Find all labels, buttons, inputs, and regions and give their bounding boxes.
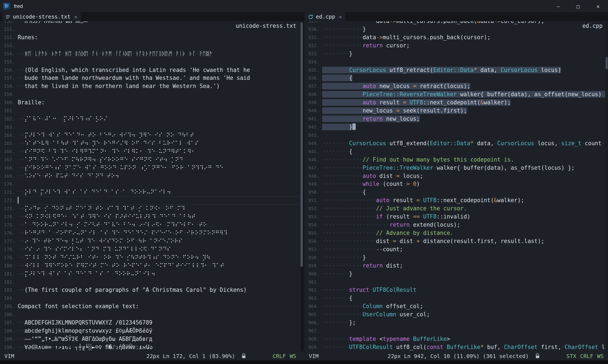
editor-line[interactable]: 164.··⡍⠜⠇⠑⠹·⠺⠁⠎·⠙⠑⠁⠙⠒·⠞⠕·⠃⠑⠛⠔·⠺⠊⠹⠲·⡹⠻⠑·⠊… [0,131,301,139]
editor-line[interactable]: 157.··bude·thaem·lande·northweardum·with… [0,74,301,82]
editor-line[interactable]: 184. [0,294,301,302]
text-buffer[interactable]: 150.··እግርህን·በፍራሽህ·ልክ·ዘርጋ።151.152.Runes:1… [0,21,301,351]
editor-line[interactable]: 188.··abcdefghijklmnopqrstuvwxyz·£©µÀÆÖÞ… [0,327,301,335]
editor-line[interactable]: 190.··∀∂∈ℝ∧∪≡∞·↑↗↨↻⇣·┐┼╔╘░►☺♀·ﬁ�⑀₂ἠḂӥẄɐː… [0,343,301,351]
editor-line[interactable]: 938.············PieceTree::ReverseTreeWa… [304,90,608,99]
editor-line[interactable]: 951.················auto·result·=·UTF8::… [304,196,608,205]
right-scrollbar[interactable] [605,21,608,351]
editor-line[interactable]: 954.····················return·extend(lo… [304,221,608,229]
line-number: 182. [0,278,15,286]
editor-line[interactable]: 173.··⡍⠔⠙⠖·⡊·⠙⠕⠝⠰⠞·⠍⠑⠁⠝·⠞⠕·⠎⠁⠹·⠹⠁⠞·⡊·⠅⠝⠪… [0,205,301,213]
editor-line[interactable]: 958.············} [304,254,608,262]
editor-line[interactable]: 941.············return·new_locus; [304,115,608,123]
editor-line[interactable]: 156.··(Old·English,·which·transcribed·in… [0,66,301,74]
editor-line[interactable]: 158.··that·he·lived·in·the·northern·land… [0,82,301,90]
editor-line[interactable]: 960.········} [304,270,608,278]
close-button[interactable]: ✕ [588,0,608,12]
editor-line[interactable]: 939.············auto·result·=·UTF8::next… [304,99,608,107]
editor-line[interactable]: 930.············} [304,25,608,34]
editor-line[interactable]: 159. [0,90,301,99]
tab-unicode-stress-txt[interactable]: unicode-stress.txt ✕ [2,12,81,21]
editor-line[interactable]: 175.··⠁·⠙⠕⠕⠗⠤⠝⠁⠊⠇⠲·⡊·⠍⠊⠣⠞·⠙⠁⠧⠑·⠃⠑⠲·⠔⠊⠇⠔⠫… [0,221,301,229]
editor-line[interactable]: 166.··⠎⠊⠛⠝⠫·⠃⠹·⠹⠑·⠊⠇⠻⠛⠹⠍⠁⠝⠂·⠹⠑·⠊⠇⠻⠅⠂·⠹⠑·… [0,148,301,156]
editor-line[interactable]: 182. [0,278,301,286]
maximize-button[interactable]: □ [568,0,588,12]
right-scrollbar-thumb[interactable] [606,57,608,69]
editor-line[interactable]: 179.··⠩⠁⠇⠇·⠝⠕⠞·⠙⠊⠌⠥⠗⠃·⠊⠞⠂·⠕⠗·⠹⠑·⡊⠳⠝⠞⠗⠹⠰⠎… [0,254,301,262]
editor-line[interactable]: 950.············{ [304,188,608,196]
editor-line[interactable]: 160.Braille: [0,99,301,107]
editor-pane-right[interactable]: 929.················data->multi_cursors.… [304,21,608,351]
editor-line[interactable]: 176.··⠗⠑⠛⠜⠙·⠁·⠊⠕⠋⠋⠔⠤⠝⠁⠊⠇·⠁⠎·⠹⠑·⠙⠑⠁⠙⠑⠌·⠏⠊… [0,229,301,237]
line-number: 951. [304,196,319,205]
editor-line[interactable]: 177.··⠔·⠹⠑·⠞⠗⠁⠙⠑⠲·⡃⠥⠞·⠹⠑·⠺⠊⠎⠙⠕⠍·⠕⠋·⠳⠗·⠁⠝… [0,237,301,245]
editor-line[interactable]: 953.················if·(result·==·UTF8::… [304,213,608,221]
editor-line[interactable]: 959.············return·dist; [304,262,608,270]
editor-line[interactable]: 180.··⠺⠊⠇⠇·⠹⠻⠑⠋⠕⠗⠑·⠏⠻⠍⠊⠞·⠍⠑·⠞⠕·⠗⠑⠏⠑⠁⠞⠂·⠑… [0,262,301,270]
editor-pane-left[interactable]: 150.··እግርህን·በፍራሽህ·ልክ·ዘርጋ።151.152.Runes:1… [0,21,301,351]
editor-line[interactable]: 167.··⠁⠝⠙·⠹⠑·⠡⠊⠑⠋·⠍⠳⠗⠝⠻⠲·⡎⠊⠗⠕⠕⠛⠑·⠎⠊⠛⠝⠫·⠊… [0,156,301,164]
code-buffer[interactable]: 929.················data->multi_cursors.… [304,21,608,351]
editor-line[interactable]: 967. [304,327,608,335]
editor-line[interactable]: 171.··⡕⠇⠙·⡍⠜⠇⠑⠹·⠺⠁⠎·⠁⠎·⠙⠑⠁⠙·⠁⠎·⠁·⠙⠕⠕⠗⠤⠝⠁… [0,188,301,196]
editor-line[interactable]: 961. [304,278,608,286]
editor-line[interactable]: 963.········{ [304,294,608,302]
editor-line[interactable]: 153. [0,42,301,50]
editor-line[interactable]: 162.··⡌⠁⠧⠑·⠼⠁⠒··⡍⠜⠇⠑⠹⠰⠎·⡣⠕⠌ [0,115,301,123]
editor-line[interactable]: 969.········UTF8ColResult·utf8_col(const… [304,343,608,351]
text-cursor [18,197,19,204]
editor-line[interactable]: 966.········}; [304,319,608,327]
editor-line[interactable]: 932.············return·cursor; [304,42,608,50]
left-scrollbar-thumb[interactable] [301,22,303,267]
editor-line[interactable]: 955.················//·Advance·by·distan… [304,229,608,237]
editor-line[interactable]: 178.··⠊⠎·⠔·⠹⠑·⠎⠊⠍⠊⠇⠑⠆·⠁⠝⠙·⠍⠹·⠥⠝⠙⠁⠇⠇⠪⠫·⠙⠁… [0,245,301,254]
editor-line[interactable]: 957.················--count; [304,245,608,254]
editor-line[interactable]: 933.········} [304,50,608,58]
editor-line[interactable]: 170. [0,180,301,188]
editor-line[interactable]: 183.··(The·first·couple·of·paragraphs·of… [0,286,301,294]
editor-line[interactable]: 942.········} [304,123,608,131]
editor-line[interactable]: 945.········{ [304,148,608,156]
editor-line[interactable]: 956.················dist·=·dist·+·distan… [304,237,608,245]
editor-line[interactable]: 948.············auto·dist·=·locus; [304,172,608,180]
editor-line[interactable]: 962.········struct·UTF8ColResult [304,286,608,294]
editor-line[interactable]: 155. [0,58,301,66]
editor-line[interactable]: 154.··ᚻᛖ·ᚳᚹᚫᚦ·ᚦᚫᛏ·ᚻᛖ·ᛒᚢᛞᛖ·ᚩᚾ·ᚦᚫᛗ·ᛚᚪᚾᛞᛖ·ᚾ… [0,50,301,58]
editor-line[interactable]: 169.··⠡⠕⠎⠑·⠞⠕·⠏⠥⠞·⠙⠊⠎·⠙⠁⠝⠙·⠞⠕⠲ [0,172,301,180]
editor-line[interactable]: 189.··–—‘“”„†•…‰™œŠŸž€·ΑΒΓΔΩαβγδω·АБВГДа… [0,335,301,343]
editor-line[interactable]: 186. [0,311,301,319]
minimize-button[interactable]: — [548,0,568,12]
editor-line[interactable]: 187.··ABCDEFGHIJKLMNOPQRSTUVWXYZ·/012345… [0,319,301,327]
editor-line[interactable]: 168.··⡎⠊⠗⠕⠕⠛⠑⠰⠎·⠝⠁⠍⠑·⠺⠁⠎·⠛⠕⠕⠙·⠥⠏⠕⠝·⠰⡡⠁⠝⠛… [0,164,301,172]
unlock-icon[interactable] [241,353,247,359]
editor-line[interactable]: 931.············data->multi_cursors.push… [304,34,608,42]
editor-line[interactable]: 934. [304,58,608,66]
editor-line[interactable]: 964.············Column·offset_col; [304,302,608,311]
editor-line[interactable]: 968.········template·<typename·BufferLik… [304,335,608,343]
line-number: 967. [304,327,319,335]
editor-line[interactable]: 944.········CursorLocus·utf8_extend(Edit… [304,139,608,148]
editor-line[interactable]: 940.············new_locus·=·seek(result.… [304,107,608,115]
editor-line[interactable]: 161. [0,107,301,115]
close-tab-icon[interactable]: ✕ [339,14,342,20]
editor-line[interactable]: 929.················data->multi_cursors.… [304,21,608,25]
editor-line[interactable]: 965.············UserColumn·user_col; [304,311,608,319]
editor-line[interactable]: 935.········CursorLocus·utf8_retract(Edi… [304,66,608,74]
editor-line[interactable]: 946.············//·Find·out·how·many·byt… [304,156,608,164]
editor-line[interactable]: 936.········{ [304,74,608,82]
editor-line[interactable]: 947.············PieceTree::TreeWalker·wa… [304,164,608,172]
editor-line[interactable]: 952.················//·Just·advance·the·… [304,205,608,213]
editor-line[interactable]: 172. [0,196,301,205]
editor-line[interactable]: 937.············auto·new_locus·=·retract… [304,82,608,90]
editor-line[interactable]: 152.Runes: [0,34,301,42]
editor-line[interactable]: 174.··⠪⠝·⠅⠝⠪⠇⠫⠛⠑⠂·⠱⠁⠞·⠹⠻⠑·⠊⠎·⠏⠜⠞⠊⠊⠥⠇⠜⠇⠹·… [0,213,301,221]
editor-line[interactable]: 949.············while·(count·>·0) [304,180,608,188]
tab-ed-cpp[interactable]: ed.cpp ✕ [304,12,345,21]
close-tab-icon[interactable]: ✕ [74,14,77,20]
editor-line[interactable]: 943. [304,131,608,139]
editor-line[interactable]: 185.Compact·font·selection·example·text: [0,302,301,311]
editor-line[interactable]: 181.··⡍⠜⠇⠑⠹·⠺⠁⠎·⠁⠎·⠙⠑⠁⠙·⠁⠎·⠁·⠙⠕⠕⠗⠤⠝⠁⠊⠇⠲ [0,270,301,278]
editor-line[interactable]: 165.··⠱⠁⠞⠑⠧⠻·⠁⠃⠳⠞·⠹⠁⠞⠲·⡹⠑·⠗⠑⠛⠊⠌⠻·⠕⠋·⠙⠊⠎·… [0,139,301,148]
unlock-icon[interactable] [535,353,540,359]
editor-line[interactable]: 163. [0,123,301,131]
